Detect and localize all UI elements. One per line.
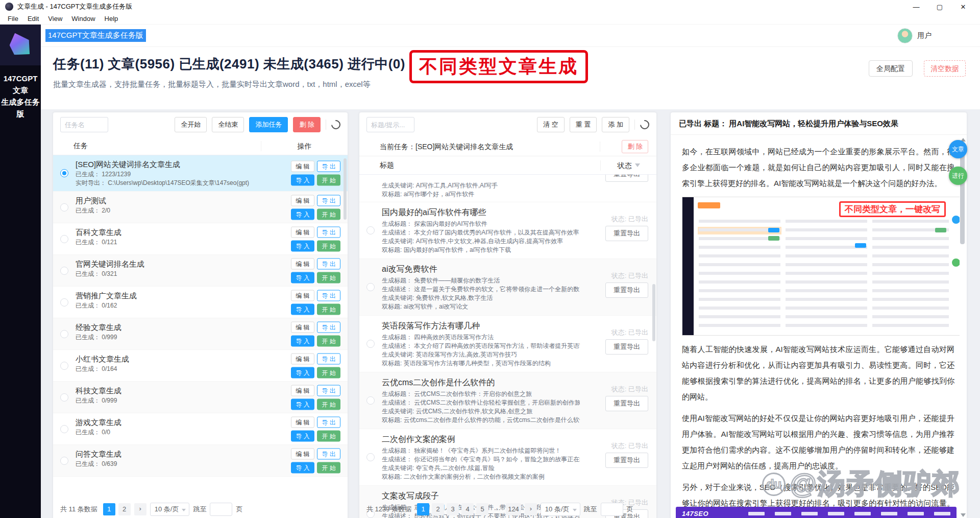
edit-button[interactable]: 编 辑	[291, 226, 314, 238]
start-button[interactable]: 开 始	[317, 272, 340, 283]
filter-icon[interactable]	[635, 163, 640, 167]
export-button[interactable]: 导 出	[317, 290, 340, 301]
radio-button[interactable]	[60, 425, 68, 433]
edit-button[interactable]: 编 辑	[291, 448, 314, 459]
import-button[interactable]: 导 入	[291, 175, 314, 186]
list-item[interactable]: ai改写免费软件 生成标题： 免费软件——颠覆你的数字生活 生成描述： 这是一篇…	[359, 259, 656, 316]
close-icon[interactable]: ✕	[951, 0, 975, 13]
global-config-button[interactable]: 全局配置	[869, 60, 913, 77]
article-scrollbar[interactable]	[960, 136, 966, 518]
table-row[interactable]: 营销推广文章生成 已生成： 0/162 编 辑 导 出 导 入 开 始	[53, 287, 348, 318]
minimize-icon[interactable]: —	[904, 0, 928, 13]
add-button[interactable]: 添 加	[602, 117, 629, 132]
export-button[interactable]: 导 出	[317, 448, 340, 459]
radio-button[interactable]	[366, 453, 375, 461]
edit-button[interactable]: 编 辑	[291, 195, 314, 206]
titles-scrollbar[interactable]	[652, 284, 655, 341]
export-button[interactable]: 导 出	[317, 226, 340, 238]
menu-item[interactable]: Edit	[23, 15, 43, 22]
page-button[interactable]: 5	[476, 503, 488, 515]
radio-button[interactable]	[366, 226, 375, 234]
export-button[interactable]: 导 出	[317, 195, 340, 206]
export-button[interactable]: 导 出	[317, 161, 340, 172]
edit-button[interactable]: 编 辑	[291, 290, 314, 301]
start-button[interactable]: 开 始	[317, 335, 340, 346]
stop-all-button[interactable]: 全结束	[212, 117, 244, 132]
delete-task-button[interactable]: 删 除	[293, 117, 321, 132]
radio-button[interactable]	[60, 362, 68, 370]
import-button[interactable]: 导 入	[291, 335, 314, 346]
start-button[interactable]: 开 始	[317, 175, 340, 186]
reset-export-button[interactable]: 重置导出	[605, 226, 648, 241]
page-button[interactable]: 2	[118, 503, 131, 515]
radio-button[interactable]	[60, 393, 68, 402]
menu-item[interactable]: Window	[67, 15, 100, 22]
start-button[interactable]: 开 始	[317, 430, 340, 441]
start-button[interactable]: 开 始	[317, 240, 340, 251]
radio-button[interactable]	[366, 283, 375, 291]
start-button[interactable]: 开 始	[317, 398, 340, 410]
page-button[interactable]: 1	[103, 503, 115, 515]
next-page-button[interactable]: ›	[525, 503, 537, 515]
start-button[interactable]: 开 始	[317, 367, 340, 378]
reset-export-button[interactable]: 重置导出	[605, 453, 648, 468]
import-button[interactable]: 导 入	[291, 208, 314, 220]
start-all-button[interactable]: 全开始	[175, 117, 207, 132]
per-page-select[interactable]: 10 条/页	[541, 503, 580, 516]
jump-page-input[interactable]	[210, 503, 232, 516]
table-row[interactable]: 游戏文章生成 已生成： 0/0 编 辑 导 出 导 入 开 始	[53, 413, 348, 445]
table-row[interactable]: 问答文章生成 已生成： 0/639 编 辑 导 出 导 入 开 始	[53, 445, 348, 477]
menu-item[interactable]: Help	[100, 15, 123, 22]
edit-button[interactable]: 编 辑	[291, 416, 314, 428]
edit-button[interactable]: 编 辑	[291, 161, 314, 172]
task-search-input[interactable]	[60, 117, 108, 132]
list-item[interactable]: 云优cms二次创作是什么软件的 生成标题： 云优CMS二次创作软件：开启你的创意…	[359, 372, 656, 429]
list-item-partial[interactable]: 重置导出 生成关键词: AI写作工具,AI写作软件,AI写手 双标题: ai写作…	[359, 175, 656, 202]
refresh-icon[interactable]	[638, 118, 651, 131]
table-row[interactable]: 科技文章生成 已生成： 0/999 编 辑 导 出 导 入 开 始	[53, 382, 348, 413]
next-page-button[interactable]: ›	[134, 503, 146, 515]
reset-export-button[interactable]: 重置导出	[605, 339, 648, 355]
menu-item[interactable]: View	[43, 15, 67, 22]
radio-button[interactable]	[366, 340, 375, 348]
tasks-scrollbar[interactable]	[344, 158, 347, 220]
export-button[interactable]: 导 出	[317, 321, 340, 333]
radio-button[interactable]	[60, 457, 68, 465]
import-button[interactable]: 导 入	[291, 430, 314, 441]
edit-button[interactable]: 编 辑	[291, 353, 314, 364]
reset-button[interactable]: 重 置	[570, 117, 597, 132]
page-button[interactable]: 3	[447, 503, 459, 515]
table-row[interactable]: 官网关键词排名生成 已生成： 0/321 编 辑 导 出 导 入 开 始	[53, 255, 348, 287]
start-button[interactable]: 开 始	[317, 462, 340, 473]
clear-data-button[interactable]: 清空数据	[924, 60, 966, 77]
table-row[interactable]: 小红书文章生成 已生成： 0/164 编 辑 导 出 导 入 开 始	[53, 350, 348, 382]
start-button[interactable]: 开 始	[317, 303, 340, 315]
float-article-button[interactable]: 文章	[949, 140, 967, 158]
scrollbar-thumb[interactable]	[960, 147, 965, 244]
page-button[interactable]: 124	[506, 503, 521, 515]
menu-item[interactable]: File	[3, 15, 23, 22]
export-button[interactable]: 导 出	[317, 416, 340, 428]
list-item[interactable]: 二次创作文案的案例 生成标题： 独家揭秘！《夺宝奇兵》系列二次创作续篇即将问世！…	[359, 429, 656, 486]
edit-button[interactable]: 编 辑	[291, 258, 314, 269]
page-button[interactable]: ···	[491, 503, 503, 515]
edit-button[interactable]: 编 辑	[291, 385, 314, 396]
import-button[interactable]: 导 入	[291, 398, 314, 410]
refresh-icon[interactable]	[329, 118, 342, 131]
radio-button[interactable]	[60, 169, 68, 177]
page-button[interactable]: 4	[461, 503, 474, 515]
import-button[interactable]: 导 入	[291, 303, 314, 315]
import-button[interactable]: 导 入	[291, 462, 314, 473]
list-item[interactable]: 英语段落写作方法有哪几种 生成标题： 四种高效的英语段落写作方法 生成描述： 本…	[359, 316, 656, 372]
import-button[interactable]: 导 入	[291, 272, 314, 283]
radio-button[interactable]	[60, 235, 68, 243]
start-button[interactable]: 开 始	[317, 208, 340, 220]
radio-button[interactable]	[60, 330, 68, 338]
reset-export-button[interactable]: 重置导出	[605, 282, 648, 298]
reset-export-button[interactable]: 重置导出	[605, 396, 648, 411]
table-row[interactable]: 用户测试 已生成： 2/0 编 辑 导 出 导 入 开 始	[53, 192, 348, 223]
radio-button[interactable]	[60, 203, 68, 211]
export-button[interactable]: 导 出	[317, 353, 340, 364]
radio-button[interactable]	[60, 298, 68, 307]
export-button[interactable]: 导 出	[317, 258, 340, 269]
